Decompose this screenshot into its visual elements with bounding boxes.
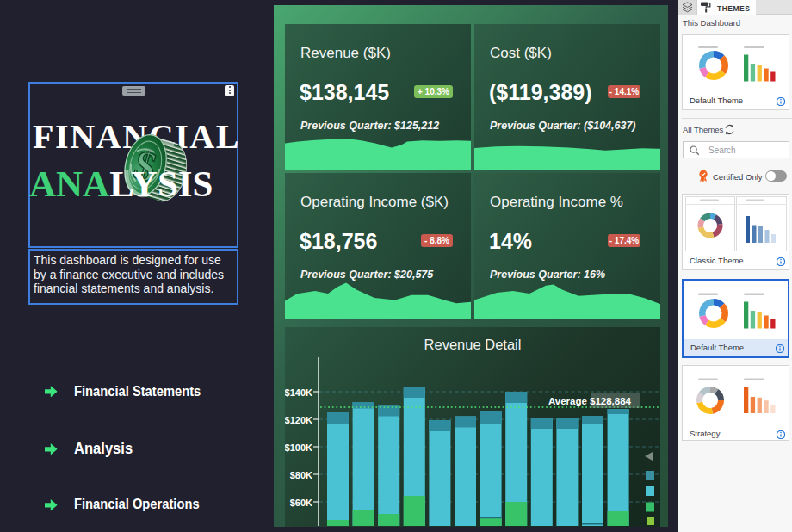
svg-text:$100K: $100K	[285, 442, 312, 453]
svg-text:Average $128,884: Average $128,884	[548, 396, 632, 406]
svg-text:$60K: $60K	[290, 498, 312, 508]
svg-text:$80K: $80K	[290, 470, 312, 480]
svg-text:$120K: $120K	[285, 415, 312, 425]
svg-text:$140K: $140K	[285, 387, 312, 398]
